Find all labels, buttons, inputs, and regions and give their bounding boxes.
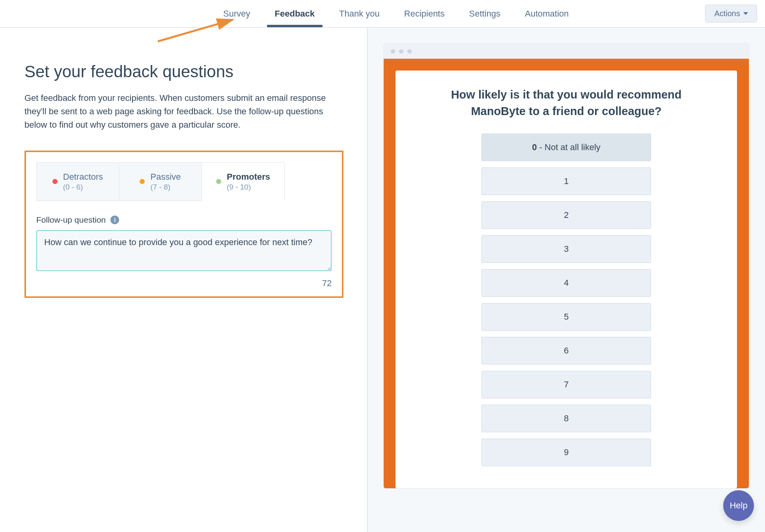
segment-tab-passive[interactable]: Passive(7 - 8) <box>119 162 202 201</box>
nps-option-5[interactable]: 5 <box>481 303 651 331</box>
segment-dot-icon <box>140 179 145 184</box>
window-dot-icon <box>407 49 412 54</box>
segment-dot-icon <box>216 179 221 184</box>
segment-range: (7 - 8) <box>150 182 170 192</box>
segment-range: (9 - 10) <box>227 182 251 192</box>
nps-option-6[interactable]: 6 <box>481 337 651 365</box>
browser-chrome <box>384 44 749 59</box>
segment-tab-promoters[interactable]: Promoters(9 - 10) <box>202 162 285 201</box>
top-nav: SurveyFeedbackThank youRecipientsSetting… <box>0 0 765 28</box>
preview-panel: How likely is it that you would recommen… <box>368 28 765 532</box>
followup-label: Follow-up question <box>36 215 106 225</box>
window-dot-icon <box>399 49 403 54</box>
browser-preview: How likely is it that you would recommen… <box>383 43 749 489</box>
info-icon[interactable]: i <box>110 216 119 224</box>
followup-card: Detractors(0 - 6)Passive(7 - 8)Promoters… <box>24 151 343 298</box>
tab-recipients[interactable]: Recipients <box>402 1 447 27</box>
nps-option-3[interactable]: 3 <box>481 235 651 263</box>
tab-settings[interactable]: Settings <box>466 1 503 27</box>
followup-textarea[interactable] <box>36 230 332 271</box>
tab-feedback[interactable]: Feedback <box>272 1 317 27</box>
nps-option-9[interactable]: 9 <box>481 439 651 466</box>
nps-option-7[interactable]: 7 <box>481 371 651 398</box>
followup-label-row: Follow-up question i <box>36 215 332 225</box>
tab-automation[interactable]: Automation <box>522 1 571 27</box>
help-label: Help <box>730 500 747 511</box>
segment-range: (0 - 6) <box>63 182 83 192</box>
chevron-down-icon <box>743 12 748 15</box>
actions-label: Actions <box>714 9 740 18</box>
segment-title: Passive <box>150 171 181 182</box>
tab-survey[interactable]: Survey <box>221 1 252 27</box>
help-button[interactable]: Help <box>723 490 754 521</box>
nps-option-1[interactable]: 1 <box>481 167 651 195</box>
actions-button[interactable]: Actions <box>705 5 757 22</box>
nps-option-0[interactable]: 0 - Not at all likely <box>481 134 651 161</box>
page-description: Get feedback from your recipients. When … <box>24 91 343 132</box>
char-count: 72 <box>36 278 332 288</box>
segment-title: Promoters <box>227 171 270 182</box>
left-panel: Set your feedback questions Get feedback… <box>0 28 367 532</box>
tab-thank-you[interactable]: Thank you <box>337 1 382 27</box>
window-dot-icon <box>391 49 395 54</box>
survey-question: How likely is it that you would recommen… <box>428 86 704 119</box>
nps-option-8[interactable]: 8 <box>481 405 651 432</box>
page-title: Set your feedback questions <box>24 62 343 81</box>
segment-tab-detractors[interactable]: Detractors(0 - 6) <box>36 162 119 201</box>
nps-option-2[interactable]: 2 <box>481 201 651 229</box>
segment-dot-icon <box>52 179 58 184</box>
nps-option-4[interactable]: 4 <box>481 269 651 297</box>
segment-title: Detractors <box>63 171 103 182</box>
